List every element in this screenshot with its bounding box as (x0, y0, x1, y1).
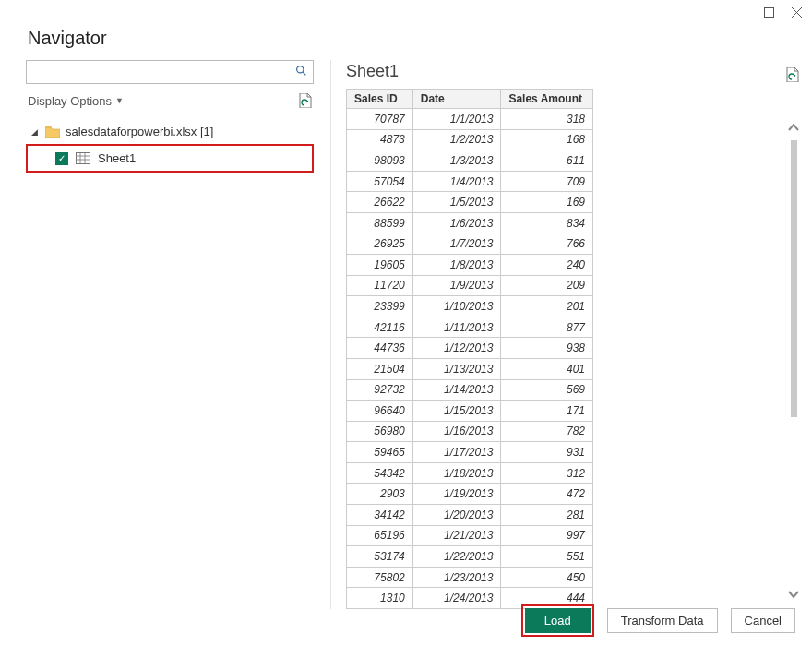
table-cell: 169 (501, 192, 593, 213)
navigator-pane: Display Options ▼ ◢ (26, 60, 330, 609)
table-row[interactable]: 196051/8/2013240 (347, 255, 593, 276)
table-cell: 19605 (347, 255, 413, 276)
col-header[interactable]: Date (412, 90, 501, 109)
scroll-up-icon[interactable] (787, 116, 800, 135)
table-cell: 1/11/2013 (412, 317, 501, 338)
table-cell: 450 (501, 567, 593, 588)
display-options-dropdown[interactable]: Display Options ▼ (28, 94, 124, 108)
table-row[interactable]: 707871/1/2013318 (347, 109, 593, 130)
col-header[interactable]: Sales Amount (501, 90, 593, 109)
refresh-preview-icon[interactable] (299, 93, 312, 108)
close-icon[interactable] (790, 6, 803, 18)
table-row[interactable]: 341421/20/2013281 (347, 504, 593, 525)
table-cell: 1/10/2013 (412, 296, 501, 317)
table-row[interactable]: 927321/14/2013569 (347, 379, 593, 401)
table-cell: 709 (501, 171, 593, 192)
scroll-thumb[interactable] (791, 140, 797, 417)
table-cell: 53174 (347, 546, 413, 568)
table-row[interactable]: 569801/16/2013782 (347, 421, 593, 442)
table-cell: 611 (501, 150, 593, 172)
svg-point-3 (297, 66, 304, 73)
display-options-label: Display Options (28, 94, 112, 108)
cancel-button[interactable]: Cancel (731, 608, 795, 633)
tree-sheet-label: Sheet1 (98, 151, 136, 165)
refresh-preview-icon[interactable] (786, 67, 799, 82)
table-cell: 1/13/2013 (412, 358, 501, 379)
table-row[interactable]: 266221/5/2013169 (347, 192, 593, 213)
table-cell: 56980 (347, 421, 413, 442)
table-row[interactable]: 966401/15/2013171 (347, 401, 593, 422)
table-cell: 551 (501, 546, 593, 568)
table-cell: 938 (501, 338, 593, 359)
table-row[interactable]: 421161/11/2013877 (347, 317, 593, 338)
highlight-frame-sheet: ✓ Sheet1 (26, 144, 314, 173)
table-row[interactable]: 531741/22/2013551 (347, 546, 593, 568)
table-row[interactable]: 29031/19/2013472 (347, 484, 593, 505)
preview-pane: Sheet1 Sales ID Date Sales Amount (330, 60, 803, 609)
tree-sheet-node[interactable]: ✓ Sheet1 (28, 148, 312, 169)
table-row[interactable]: 885991/6/2013834 (347, 212, 593, 233)
table-cell: 75802 (347, 567, 413, 588)
table-row[interactable]: 980931/3/2013611 (347, 150, 593, 172)
table-row[interactable]: 48731/2/2013168 (347, 129, 593, 150)
table-cell: 1/15/2013 (412, 401, 501, 422)
table-cell: 1/23/2013 (412, 567, 501, 588)
table-cell: 1/2/2013 (412, 129, 501, 150)
search-icon[interactable] (295, 65, 307, 79)
table-cell: 1/1/2013 (412, 109, 501, 130)
table-row[interactable]: 570541/4/2013709 (347, 171, 593, 192)
table-cell: 26925 (347, 233, 413, 255)
svg-rect-0 (764, 7, 773, 17)
table-cell: 70787 (347, 109, 413, 130)
collapse-icon[interactable]: ◢ (31, 127, 40, 137)
table-cell: 1/9/2013 (412, 275, 501, 296)
table-row[interactable]: 269251/7/2013766 (347, 233, 593, 255)
col-header[interactable]: Sales ID (347, 90, 413, 109)
table-cell: 281 (501, 504, 593, 525)
table-header-row: Sales ID Date Sales Amount (347, 90, 593, 109)
table-row[interactable]: 758021/23/2013450 (347, 567, 593, 588)
scroll-down-icon[interactable] (787, 583, 800, 602)
maximize-icon[interactable] (762, 6, 775, 18)
transform-data-button[interactable]: Transform Data (607, 608, 718, 633)
table-cell: 171 (501, 401, 593, 422)
table-cell: 201 (501, 296, 593, 317)
table-cell: 11720 (347, 275, 413, 296)
table-cell: 1/5/2013 (412, 192, 501, 213)
table-cell: 1/12/2013 (412, 338, 501, 359)
tree-file-node[interactable]: ◢ salesdataforpowerbi.xlsx [1] (26, 121, 314, 142)
table-cell: 26622 (347, 192, 413, 213)
checkbox-checked-icon[interactable]: ✓ (55, 152, 68, 165)
table-cell: 1310 (347, 588, 413, 609)
table-row[interactable]: 233991/10/2013201 (347, 296, 593, 317)
table-cell: 1/20/2013 (412, 504, 501, 525)
table-cell: 59465 (347, 442, 413, 463)
table-cell: 318 (501, 109, 593, 130)
table-cell: 834 (501, 212, 593, 233)
svg-rect-5 (77, 153, 90, 164)
table-cell: 57054 (347, 171, 413, 192)
tree-file-label: salesdataforpowerbi.xlsx [1] (66, 125, 213, 138)
table-cell: 1/14/2013 (412, 379, 501, 401)
table-row[interactable]: 447361/12/2013938 (347, 338, 593, 359)
table-cell: 240 (501, 255, 593, 276)
load-button[interactable]: Load (525, 608, 591, 633)
table-cell: 1/22/2013 (412, 546, 501, 568)
table-row[interactable]: 215041/13/2013401 (347, 358, 593, 379)
table-row[interactable]: 117201/9/2013209 (347, 275, 593, 296)
table-cell: 931 (501, 442, 593, 463)
table-cell: 96640 (347, 401, 413, 422)
table-row[interactable]: 651961/21/2013997 (347, 525, 593, 546)
table-cell: 1/17/2013 (412, 442, 501, 463)
table-row[interactable]: 543421/18/2013312 (347, 462, 593, 484)
search-input[interactable] (32, 66, 295, 79)
search-box[interactable] (26, 60, 314, 84)
table-cell: 92732 (347, 379, 413, 401)
table-cell: 168 (501, 129, 593, 150)
scrollbar[interactable] (784, 89, 803, 609)
table-row[interactable]: 594651/17/2013931 (347, 442, 593, 463)
table-cell: 65196 (347, 525, 413, 546)
table-cell: 782 (501, 421, 593, 442)
table-cell: 401 (501, 358, 593, 379)
window-title: Navigator (0, 18, 812, 60)
